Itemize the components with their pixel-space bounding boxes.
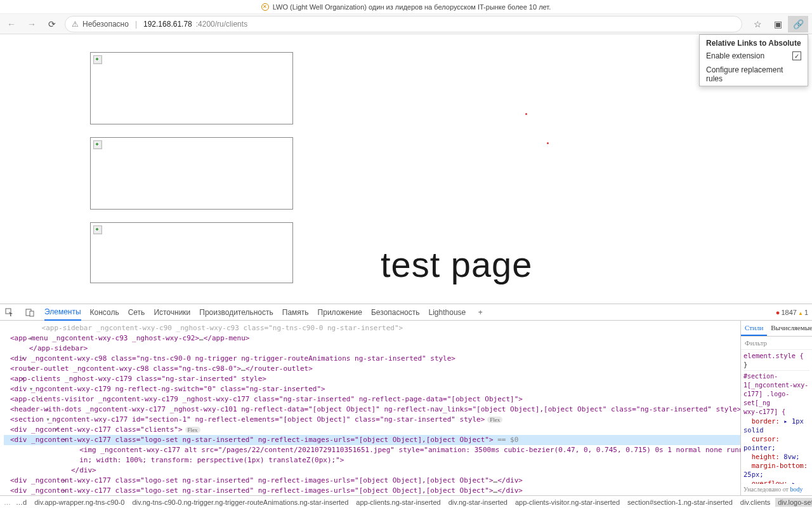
dom-line[interactable]: ▾ <div _ngcontent-wxy-c179 ng-reflect-ng… [4,384,740,394]
dom-line[interactable]: ▸ <div _ngcontent-wxy-c177 class="logo-s… [4,486,740,495]
url-host: 192.168.61.78 [143,20,192,29]
elements-breadcrumb[interactable]: … …d div.app-wrapper.ng-tns-c90-0 div.ng… [0,495,812,508]
broken-image-box [90,137,293,210]
extension-popup: Relative Links to Absolute Enable extens… [699,34,808,86]
panel-icon[interactable]: ▣ [768,16,788,32]
breadcrumb-item[interactable]: div.clients [738,498,773,507]
insecure-label: Небезопасно [82,20,129,29]
dom-line[interactable]: <app-sidebar _ngcontent-wxy-c90 _nghost-… [4,323,740,333]
rule-selector: wxy-c177] { [743,408,809,417]
tab-network[interactable]: Сеть [128,305,145,320]
breadcrumb-ellipsis[interactable]: … [4,498,11,506]
broken-image-icon [93,55,102,64]
dom-line[interactable]: ▾ <app-clients _nghost-wxy-c179 class="n… [4,374,740,384]
devtools-tabs: Элементы Консоль Сеть Источники Производ… [0,304,812,321]
extension-icon[interactable]: 🔗 [788,16,808,32]
breadcrumb-item[interactable]: …d [13,498,29,507]
tab-memory[interactable]: Память [282,305,309,320]
insecure-icon: ⚠ [72,20,79,29]
extension-config-row[interactable]: Configure replacement rules [700,63,808,86]
inspect-icon[interactable] [4,307,15,318]
info-banner: ✕ LWO (Light Well Organization) один из … [0,0,812,14]
rule-selector: #section-1[_ngcontent-wxy-c177] .logo-se… [743,372,809,408]
address-bar[interactable]: ⚠ Небезопасно | 192.168.61.78:4200/ru/cl… [65,16,742,32]
tab-sources[interactable]: Источники [154,305,190,320]
dom-line[interactable]: ▸ <router-outlet _ngcontent-wxy-c98 clas… [4,364,740,374]
broken-image-box [90,52,293,124]
decorative-dot [547,142,549,144]
breadcrumb-item[interactable]: app-clients-visitor.ng-star-inserted [513,498,622,507]
tab-lighthouse[interactable]: Lighthouse [429,305,466,320]
separator: | [135,20,137,29]
toolbar-right: ☆ ▣ 🔗 [747,16,808,32]
svg-rect-2 [30,311,34,316]
favorite-icon[interactable]: ☆ [747,16,768,32]
dom-line[interactable]: ▸ <app-menu _ngcontent-wxy-c93 _nghost-w… [4,333,740,344]
dom-line[interactable]: <img _ngcontent-wxy-c177 alt src="/pages… [4,445,740,455]
page-viewport: test page [0,34,812,304]
styles-rules[interactable]: element.style { } #section-1[_ngcontent-… [741,350,812,484]
enable-extension-checkbox[interactable]: ✓ [792,51,801,60]
styles-pane: Стили Вычисляемые Фильтр element.style {… [741,321,812,495]
error-counts[interactable]: 1847 1 [776,309,808,316]
devtools-body: <app-sidebar _ngcontent-wxy-c90 _nghost-… [0,321,812,495]
tab-security[interactable]: Безопасность [371,305,420,320]
extension-popup-title: Relative Links to Absolute [700,35,808,49]
dom-line[interactable]: ▸ <div _ngcontent-wxy-c177 class="logo-s… [4,476,740,486]
dom-line[interactable]: </app-sidebar> [4,344,740,354]
styles-filter-input[interactable]: Фильтр [741,337,812,350]
add-tab-icon[interactable]: + [475,307,486,318]
page-heading: test page [381,244,532,285]
info-icon: ✕ [261,3,269,11]
decorative-dot [525,113,527,115]
styles-tab-computed[interactable]: Вычисляемые [767,321,812,336]
reload-button[interactable]: ⟳ [44,17,60,32]
elements-tree[interactable]: <app-sidebar _ngcontent-wxy-c90 _nghost-… [0,321,741,495]
dom-line[interactable]: ▾ <div _ngcontent-wxy-c177 class="client… [4,425,740,435]
tab-console[interactable]: Консоль [90,305,119,320]
css-declaration[interactable]: border: ▸ 1px solid [743,417,809,434]
info-banner-text: LWO (Light Well Organization) один из ли… [273,3,551,11]
dom-line[interactable]: in; width: 100%; transform: perspective(… [4,455,740,465]
css-declaration[interactable]: height: 8vw; [743,452,809,461]
forward-button[interactable]: → [24,17,39,32]
dom-line[interactable]: ▾ <app-clients-visitor _ngcontent-wxy-c1… [4,394,740,404]
breadcrumb-item[interactable]: div.ng-tns-c90-0.ng-trigger.ng-trigger-r… [129,498,351,507]
breadcrumb-item[interactable]: app-clients.ng-star-inserted [353,498,443,507]
enable-extension-label: Enable extension [706,51,764,60]
browser-toolbar: ← → ⟳ ⚠ Небезопасно | 192.168.61.78:4200… [0,14,812,34]
dom-line[interactable]: </div> [4,465,740,476]
rule-selector: element.style { [743,351,809,360]
rule-brace: } [743,360,809,369]
broken-image-icon [93,140,102,149]
extension-enable-row[interactable]: Enable extension ✓ [700,49,808,63]
devtools-panel: Элементы Консоль Сеть Источники Производ… [0,304,812,508]
broken-image-box [90,222,293,283]
breadcrumb-item[interactable]: div.app-wrapper.ng-tns-c90-0 [32,498,127,507]
styles-tabs: Стили Вычисляемые [741,321,812,337]
dom-line[interactable]: ▸ <header-with-dots _ngcontent-wxy-c177 … [4,404,740,415]
error-count: 1847 [776,309,797,316]
tab-elements[interactable]: Элементы [44,304,81,321]
breadcrumb-item[interactable]: div.ng-star-inserted [446,498,510,507]
configure-rules-label: Configure replacement rules [706,65,801,83]
dom-line[interactable]: ▾ <div _ngcontent-wxy-c98 class="ng-tns-… [4,354,740,364]
warning-count: 1 [798,309,808,316]
tab-performance[interactable]: Производительность [199,305,273,320]
breadcrumb-item[interactable]: section#section-1.ng-star-inserted [625,498,735,507]
back-button[interactable]: ← [4,17,19,32]
css-declaration[interactable]: overflow: ▸ hidden; [743,479,809,484]
tab-application[interactable]: Приложение [318,305,362,320]
device-toggle-icon[interactable] [24,307,36,318]
styles-tab-styles[interactable]: Стили [741,321,767,336]
broken-image-icon [93,225,102,234]
dom-line-selected[interactable]: ▾ <div _ngcontent-wxy-c177 class="logo-s… [4,435,740,445]
url-path: :4200/ru/clients [196,20,247,29]
breadcrumb-item-selected[interactable]: div.logo-set.ng-star-inserted [775,498,812,507]
css-declaration[interactable]: margin-bottom: 25px; [743,461,809,479]
inherited-from: Унаследовано от body [741,484,812,495]
dom-line[interactable]: ▾ <section _ngcontent-wxy-c177 id="secti… [4,415,740,425]
css-declaration[interactable]: cursor: pointer; [743,434,809,452]
